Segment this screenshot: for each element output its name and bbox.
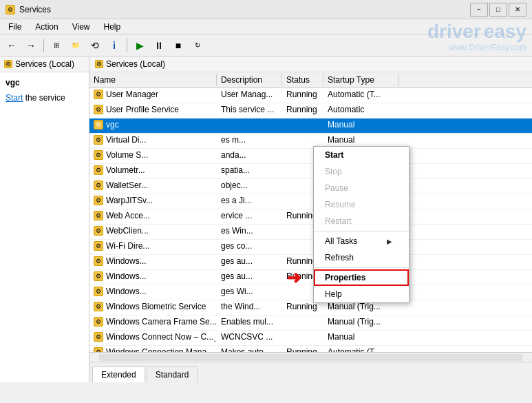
table-row[interactable]: User Profile Service This service ... Ru…: [89, 103, 532, 118]
context-menu-item-stop: Stop: [314, 163, 409, 180]
cell-name: Virtual Di...: [89, 134, 217, 148]
cell-name: Volumetr...: [89, 164, 217, 178]
cell-name: Windows...: [89, 270, 217, 285]
service-icon: [94, 90, 103, 99]
service-icon: [94, 317, 103, 327]
close-button[interactable]: ✕: [509, 3, 526, 17]
info-button[interactable]: i: [105, 37, 123, 54]
pause-service-button[interactable]: ⏸: [150, 37, 168, 54]
title-bar-left: Services: [6, 5, 51, 14]
back-button[interactable]: ←: [3, 37, 21, 54]
left-panel-header: Services (Local): [0, 56, 89, 72]
menu-action[interactable]: Action: [30, 21, 63, 33]
table-row[interactable]: Wi-Fi Dire... ges co... Manual (Trig...: [89, 240, 532, 255]
right-panel-header: Services (Local): [89, 56, 532, 72]
context-menu-item-help[interactable]: Help: [314, 286, 409, 302]
context-menu-item-all-tasks[interactable]: All Tasks▶: [314, 233, 409, 249]
cell-startup: Automatic (T...: [323, 88, 399, 103]
context-menu-label: Help: [325, 289, 342, 299]
table-row[interactable]: WalletSer... objec... Manual: [89, 179, 532, 194]
left-panel-icon: [4, 60, 12, 68]
table-row[interactable]: vgc Manual: [89, 118, 532, 134]
service-icon: [94, 287, 103, 296]
cell-startup: Automatic: [323, 103, 399, 118]
cell-name: User Profile Service: [89, 103, 217, 118]
cell-name: Windows Biometric Service: [89, 300, 217, 315]
start-service-button[interactable]: ▶: [131, 37, 149, 54]
service-icon: [94, 226, 103, 236]
service-icon: [94, 165, 103, 175]
tab-standard[interactable]: Standard: [147, 366, 198, 382]
app-icon: [6, 5, 15, 14]
folder-button[interactable]: 📁: [67, 37, 85, 54]
col-header-status[interactable]: Status: [282, 74, 323, 86]
cell-startup: Manual: [323, 118, 399, 133]
cell-status: [282, 316, 323, 330]
menu-view[interactable]: View: [67, 21, 96, 33]
cell-name: vgc: [89, 118, 217, 133]
cell-status: Running: [282, 88, 323, 103]
tab-extended[interactable]: Extended: [92, 366, 145, 382]
row-name: Wi-Fi Dire...: [106, 241, 149, 251]
cell-status: [282, 118, 323, 133]
table-row[interactable]: Windows... ges Wi... Manual: [89, 285, 532, 300]
row-name: User Manager: [106, 90, 158, 99]
context-menu-label: Pause: [325, 183, 348, 193]
table-row[interactable]: Windows... ges au... Running Automatic: [89, 270, 532, 285]
maximize-button[interactable]: □: [489, 3, 507, 17]
table-row[interactable]: Web Acce... ervice ... Running Manual: [89, 209, 532, 225]
cell-name: WarpJITSv...: [89, 194, 217, 209]
service-icon: [94, 150, 103, 160]
row-icon-wrap: Volumetr...: [94, 165, 145, 175]
context-menu-label: Start: [325, 150, 343, 160]
cell-name: Windows Connect Now – C...: [89, 331, 217, 345]
menu-file[interactable]: File: [3, 21, 27, 33]
table-row[interactable]: Volumetr... spatia... Manual: [89, 164, 532, 179]
table-row[interactable]: WarpJITSv... es a Ji... Manual (Trig...: [89, 194, 532, 209]
start-service-link[interactable]: Start: [6, 93, 23, 103]
table-row[interactable]: Windows Camera Frame Se... Enables mul..…: [89, 316, 532, 331]
refresh-button[interactable]: ⟲: [86, 37, 104, 54]
context-menu-label: Properties: [325, 273, 365, 282]
table-body: User Manager User Manag... Running Autom…: [89, 88, 532, 358]
stop-service-button[interactable]: ■: [169, 37, 187, 54]
context-menu-item-properties[interactable]: Properties➜: [314, 269, 409, 286]
minimize-button[interactable]: −: [470, 3, 488, 17]
row-name: Windows...: [106, 287, 147, 296]
row-name: User Profile Service: [106, 105, 179, 114]
cell-name: Volume S...: [89, 149, 217, 163]
row-name: Windows...: [106, 256, 147, 266]
right-panel-icon: [95, 60, 103, 68]
table-row[interactable]: Windows Biometric Service the Wind... Ru…: [89, 300, 532, 316]
table-row[interactable]: User Manager User Manag... Running Autom…: [89, 88, 532, 103]
row-name: WarpJITSv...: [106, 196, 153, 205]
context-menu-item-pause: Pause: [314, 180, 409, 196]
row-icon-wrap: Windows...: [94, 271, 147, 281]
cell-name: Wi-Fi Dire...: [89, 240, 217, 254]
toolbar-sep-2: [127, 39, 127, 52]
submenu-arrow: ▶: [387, 238, 392, 245]
context-menu-label: Refresh: [325, 253, 354, 262]
horizontal-scrollbar[interactable]: [89, 352, 532, 362]
menu-help[interactable]: Help: [98, 21, 127, 33]
row-icon-wrap: Web Acce...: [94, 211, 150, 220]
row-name: WalletSer...: [106, 180, 148, 190]
col-header-name[interactable]: Name: [89, 74, 217, 86]
forward-button[interactable]: →: [22, 37, 40, 54]
table-row[interactable]: Virtual Di... es m... Manual: [89, 134, 532, 149]
context-menu-item-start[interactable]: Start: [314, 147, 409, 163]
cell-name: User Manager: [89, 88, 217, 103]
context-menu-item-refresh[interactable]: Refresh: [314, 249, 409, 266]
cell-startup: Manual (Trig...: [323, 316, 399, 330]
restart-service-button[interactable]: ↻: [189, 37, 206, 54]
table-row[interactable]: Windows... ges au... Running Automatic: [89, 255, 532, 270]
col-header-desc[interactable]: Description: [217, 74, 282, 86]
table-row[interactable]: Windows Connect Now – C... WCNCSVC ... M…: [89, 331, 532, 346]
view-button[interactable]: ⊞: [47, 37, 65, 54]
service-icon: [94, 120, 103, 130]
table-row[interactable]: Volume S... anda... Manual: [89, 149, 532, 164]
row-icon-wrap: Wi-Fi Dire...: [94, 241, 149, 251]
left-panel-title: Services (Local): [15, 59, 74, 69]
col-header-startup[interactable]: Startup Type: [323, 74, 399, 86]
table-row[interactable]: WebClien... es Win... Manual (Trig...: [89, 225, 532, 240]
